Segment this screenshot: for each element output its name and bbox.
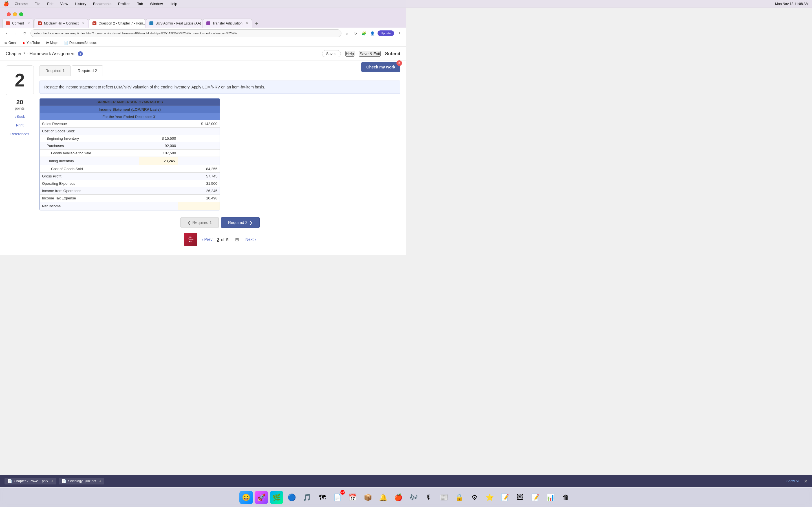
url-actions: ☆ 🛡 🧩 👤 Update ⋮ xyxy=(344,30,403,37)
app-header: Chapter 7 - Homework Assignment i Saved … xyxy=(0,47,406,61)
tab-required2[interactable]: Required 2 xyxy=(72,65,103,76)
sidebar-link-references[interactable]: References xyxy=(6,130,34,138)
bookmark-document-label: Document34.docx xyxy=(69,41,97,45)
tab-required1[interactable]: Required 1 xyxy=(40,65,71,76)
close-window-button[interactable] xyxy=(7,12,11,16)
extensions-button[interactable]: 🧩 xyxy=(361,30,367,37)
saved-badge: Saved xyxy=(322,50,341,57)
menu-file[interactable]: File xyxy=(33,1,42,6)
refresh-button[interactable]: ↻ xyxy=(21,30,28,37)
ending-inventory-input[interactable] xyxy=(141,158,176,164)
back-button[interactable]: ‹ xyxy=(3,30,10,37)
row-label: Income from Operations xyxy=(40,187,139,194)
maps-favicon: 🗺 xyxy=(46,41,49,45)
tab-content[interactable]: Content ✕ xyxy=(2,18,34,27)
forward-button[interactable]: › xyxy=(12,30,19,37)
menu-dots-button[interactable]: ⋮ xyxy=(396,30,403,37)
check-my-work-button[interactable]: Check my work 3 xyxy=(361,62,400,72)
row-col1 xyxy=(139,173,178,180)
sidebar-link-ebook[interactable]: eBook xyxy=(6,113,34,120)
page-title: Chapter 7 - Homework Assignment xyxy=(6,51,75,56)
shield-icon[interactable]: 🛡 xyxy=(352,30,359,37)
tab-transfer[interactable]: Transfer Articulation ✕ xyxy=(203,18,252,27)
traffic-lights xyxy=(3,10,27,16)
tab-content-close[interactable]: ✕ xyxy=(28,21,30,25)
profile-button[interactable]: 👤 xyxy=(369,30,376,37)
row-label: Cost of Goods Sold: xyxy=(40,128,139,135)
bookmark-youtube[interactable]: ▶ YouTube xyxy=(22,40,41,45)
next-chevron-icon: › xyxy=(255,237,256,242)
row-col2: 57,745 xyxy=(178,173,220,180)
update-button[interactable]: Update xyxy=(377,31,394,36)
row-ending-inventory[interactable] xyxy=(139,157,178,165)
main-layout: 2 20 points eBook Print References Requi… xyxy=(0,61,406,255)
row-col1: 92,000 xyxy=(139,142,178,150)
table-row: Purchases 92,000 xyxy=(40,142,220,150)
total-pages: 5 xyxy=(226,237,229,242)
menu-window[interactable]: Window xyxy=(149,1,164,6)
check-work-badge: 3 xyxy=(396,60,402,66)
apple-menu[interactable]: 🍎 xyxy=(3,1,9,6)
prev-page-button[interactable]: ‹ Prev xyxy=(202,237,212,242)
table-title: Income Statement (LCM/NRV basis) xyxy=(40,106,220,113)
table-row: Operating Expenses 31,500 xyxy=(40,180,220,187)
tab-bus[interactable]: BUS Admin - Real Estate (AA) ✕ xyxy=(146,18,202,27)
row-label: Sales Revenue xyxy=(40,120,139,128)
bookmark-star-button[interactable]: ☆ xyxy=(344,30,350,37)
info-icon[interactable]: i xyxy=(78,51,83,56)
pagination-row: Mc Graw Hill ‹ Prev 2 of 5 ⊞ Next › xyxy=(40,228,400,251)
row-col1 xyxy=(139,202,178,210)
next-page-button[interactable]: Next › xyxy=(246,237,256,242)
menu-bookmarks[interactable]: Bookmarks xyxy=(92,1,112,6)
menu-edit[interactable]: Edit xyxy=(46,1,54,6)
grid-view-button[interactable]: ⊞ xyxy=(233,235,241,243)
required1-nav-button[interactable]: ❮ Required 1 xyxy=(181,217,219,228)
bookmark-youtube-label: YouTube xyxy=(27,41,40,45)
row-label: Cost of Goods Sold xyxy=(40,165,139,173)
table-row: Beginning Inventory $ 15,500 xyxy=(40,135,220,142)
bookmark-gmail-label: Gmail xyxy=(8,41,17,45)
bookmark-maps[interactable]: 🗺 Maps xyxy=(45,40,59,45)
bookmark-gmail[interactable]: ✉ Gmail xyxy=(3,40,18,45)
prev-page-label: Prev xyxy=(204,237,213,242)
save-exit-button[interactable]: Save & Exit xyxy=(359,51,380,57)
new-tab-button[interactable]: + xyxy=(253,20,260,27)
menu-history[interactable]: History xyxy=(74,1,87,6)
net-income-input[interactable] xyxy=(181,203,217,209)
menu-help[interactable]: Help xyxy=(168,1,179,6)
row-col2: $ 142,000 xyxy=(178,120,220,128)
row-col2 xyxy=(178,128,220,135)
tab-transfer-close[interactable]: ✕ xyxy=(246,21,248,25)
row-label: Gross Profit xyxy=(40,173,139,180)
of-label: of xyxy=(221,237,225,242)
minimize-window-button[interactable] xyxy=(13,12,17,16)
prev-arrow-icon: ❮ xyxy=(188,220,191,225)
table-row: Sales Revenue $ 142,000 xyxy=(40,120,220,128)
check-work-label: Check my work xyxy=(366,65,395,69)
menu-profiles[interactable]: Profiles xyxy=(117,1,132,6)
tab-mcgraw-close[interactable]: ✕ xyxy=(82,21,85,25)
menu-tab[interactable]: Tab xyxy=(136,1,144,6)
bookmark-document[interactable]: 📄 Document34.docx xyxy=(63,40,98,45)
url-input[interactable] xyxy=(31,29,342,37)
row-label: Operating Expenses xyxy=(40,180,139,187)
tab-question[interactable]: M Question 2 - Chapter 7 - Hom... ✕ xyxy=(89,18,145,27)
help-button[interactable]: Help xyxy=(345,51,355,57)
required2-nav-button[interactable]: Required 2 ❯ xyxy=(221,217,260,228)
menu-chrome[interactable]: Chrome xyxy=(13,1,29,6)
table-row: Income from Operations 26,245 xyxy=(40,187,220,194)
tab-transfer-label: Transfer Articulation xyxy=(213,21,243,25)
submit-button[interactable]: Submit xyxy=(385,51,400,56)
fullscreen-window-button[interactable] xyxy=(19,12,23,16)
question-number: 2 xyxy=(10,71,29,89)
row-col2 xyxy=(178,157,220,165)
document-favicon: 📄 xyxy=(64,41,68,45)
row-col2: 31,500 xyxy=(178,180,220,187)
row-col1 xyxy=(139,165,178,173)
required2-nav-label: Required 2 xyxy=(228,220,248,225)
tab-mcgraw[interactable]: M McGraw Hill – Connect ✕ xyxy=(34,18,88,27)
menu-view[interactable]: View xyxy=(59,1,69,6)
row-net-income[interactable] xyxy=(178,202,220,210)
sidebar-link-print[interactable]: Print xyxy=(6,121,34,129)
required1-nav-label: Required 1 xyxy=(193,220,212,225)
